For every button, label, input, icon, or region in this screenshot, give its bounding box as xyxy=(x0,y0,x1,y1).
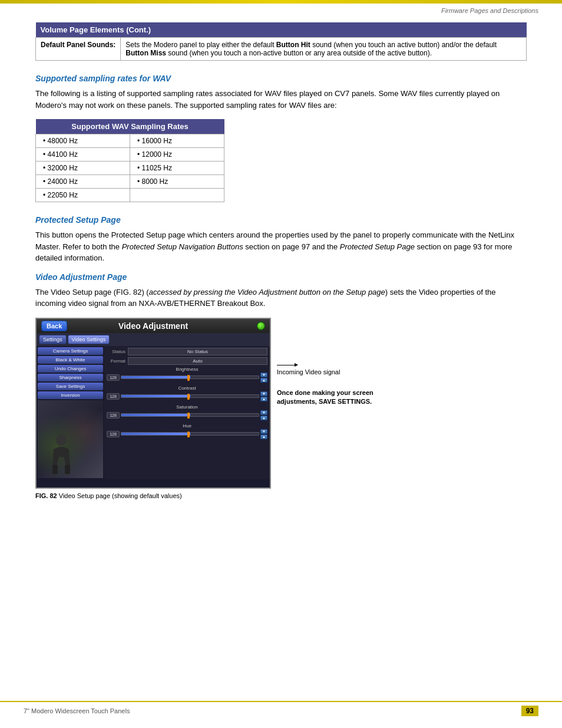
wav-table-header: Supported WAV Sampling Rates xyxy=(36,119,224,134)
wav-col1-4: • 22050 Hz xyxy=(36,189,130,202)
vid-saturation-fill xyxy=(121,414,190,416)
vid-status-indicator xyxy=(257,322,265,330)
fig-caption: FIG. 82 Video Setup page (showing defaul… xyxy=(35,492,527,499)
vid-contrast-fill xyxy=(121,395,190,397)
wav-row-4: • 22050 Hz xyxy=(36,189,224,202)
vid-inversion-btn[interactable]: Inversion xyxy=(38,391,103,399)
video-section-heading: Video Adjustment Page xyxy=(35,272,527,282)
vid-status-value: No Status xyxy=(128,348,267,355)
vid-saturation-down[interactable]: ▼ xyxy=(260,410,267,415)
vid-brightness-section: Brightness 128 ▼ ▲ xyxy=(107,367,267,383)
wav-row-2: • 32000 Hz • 11025 Hz xyxy=(36,162,224,175)
wav-col1-1: • 44100 Hz xyxy=(36,148,130,162)
vid-hue-label: Hue xyxy=(107,423,267,429)
vid-saturation-section: Saturation 128 ▼ ▲ xyxy=(107,404,267,420)
protected-section-heading: Protected Setup Page xyxy=(35,215,527,225)
vid-hue-track[interactable] xyxy=(121,432,259,436)
video-screenshot: Back Video Adjustment Settings Video Set… xyxy=(35,318,271,489)
vid-hue-row: 128 ▼ ▲ xyxy=(107,429,267,439)
vid-title-bar: Back Video Adjustment xyxy=(37,319,270,333)
annotations-column: Incoming Video signal Once done making y… xyxy=(277,318,395,436)
volume-table-label: Default Panel Sounds: xyxy=(36,38,121,61)
volume-table-header: Volume Page Elements (Cont.) xyxy=(36,22,527,38)
vid-title-text: Video Adjustment xyxy=(118,321,188,331)
vid-sharpness-btn[interactable]: Sharpness xyxy=(38,374,103,381)
vid-bw-btn[interactable]: Black & White xyxy=(38,356,103,364)
svg-point-0 xyxy=(56,434,67,445)
volume-table-desc: Sets the Modero panel to play either the… xyxy=(121,38,527,61)
vid-contrast-val: 128 xyxy=(107,393,120,400)
annotation-incoming-video: Incoming Video signal xyxy=(277,365,395,377)
vid-hue-fill xyxy=(121,433,190,435)
page-header-right: Firmware Pages and Descriptions xyxy=(0,4,562,17)
vid-save-btn[interactable]: Save Settings xyxy=(38,383,103,390)
vid-format-label: Format xyxy=(107,358,125,364)
footer: 7" Modero Widescreen Touch Panels 93 xyxy=(0,701,562,716)
wav-col1-0: • 48000 Hz xyxy=(36,134,130,148)
wav-col2-0: • 16000 Hz xyxy=(130,134,224,148)
vid-saturation-up[interactable]: ▲ xyxy=(260,416,267,420)
wav-col2-3: • 8000 Hz xyxy=(130,175,224,189)
vid-contrast-thumb xyxy=(187,394,190,400)
vid-brightness-track[interactable] xyxy=(121,375,259,379)
vid-back-button[interactable]: Back xyxy=(41,321,67,331)
vid-saturation-track[interactable] xyxy=(121,413,259,417)
fig-desc: Video Setup page (showing default values… xyxy=(57,492,182,499)
wav-col2-1: • 12000 Hz xyxy=(130,148,224,162)
vid-brightness-label: Brightness xyxy=(107,367,267,372)
vid-brightness-thumb xyxy=(187,375,190,381)
vid-video-settings-tab[interactable]: Video Settings xyxy=(68,335,110,344)
video-body-text: The Video Setup page (FIG. 82) (accessed… xyxy=(35,286,527,309)
vid-right-panel: Status No Status Format Auto Brightness … xyxy=(104,346,270,479)
vid-brightness-down[interactable]: ▼ xyxy=(260,373,267,377)
vid-brightness-up[interactable]: ▲ xyxy=(260,378,267,383)
sampling-section-heading: Supported sampling rates for WAV xyxy=(35,74,527,83)
vid-format-row: Format Auto xyxy=(107,357,267,365)
vid-status-row: Status No Status xyxy=(107,348,267,355)
protected-body-text: This button opens the Protected Setup pa… xyxy=(35,229,527,264)
vid-contrast-up[interactable]: ▲ xyxy=(260,397,267,401)
svg-rect-2 xyxy=(65,465,70,474)
vid-hue-down[interactable]: ▼ xyxy=(260,429,267,434)
vid-contrast-arrows: ▼ ▲ xyxy=(260,391,267,401)
vid-status-label: Status xyxy=(107,349,125,354)
vid-contrast-label: Contrast xyxy=(107,386,267,391)
wav-row-0: • 48000 Hz • 16000 Hz xyxy=(36,134,224,148)
vid-nav-row: Settings Video Settings xyxy=(37,333,270,346)
vid-camera-settings-btn[interactable]: Camera Settings xyxy=(38,347,103,355)
header-section-title: Firmware Pages and Descriptions xyxy=(441,7,538,14)
vid-contrast-row: 128 ▼ ▲ xyxy=(107,391,267,401)
main-content: Volume Page Elements (Cont.) Default Pan… xyxy=(0,17,562,535)
wav-row-1: • 44100 Hz • 12000 Hz xyxy=(36,148,224,162)
annotation-text-1: Incoming Video signal xyxy=(277,368,340,375)
vid-saturation-label: Saturation xyxy=(107,404,267,410)
vid-hue-up[interactable]: ▲ xyxy=(260,434,267,439)
vid-saturation-arrows: ▼ ▲ xyxy=(260,410,267,420)
wav-col2-2: • 11025 Hz xyxy=(130,162,224,175)
vid-undo-btn[interactable]: Undo Changes xyxy=(38,365,103,373)
vid-contrast-down[interactable]: ▼ xyxy=(260,391,267,396)
annotation-text-2: Once done making your screen adjustments… xyxy=(277,389,373,405)
vid-contrast-section: Contrast 128 ▼ ▲ xyxy=(107,386,267,401)
vid-saturation-row: 128 ▼ ▲ xyxy=(107,410,267,420)
wav-row-3: • 24000 Hz • 8000 Hz xyxy=(36,175,224,189)
vid-hue-thumb xyxy=(187,431,190,437)
annotation-arrow-1 xyxy=(277,365,395,365)
vid-saturation-thumb xyxy=(187,413,190,419)
vid-saturation-val: 128 xyxy=(107,412,120,419)
wav-col1-2: • 32000 Hz xyxy=(36,162,130,175)
screenshot-section: Back Video Adjustment Settings Video Set… xyxy=(35,318,527,489)
wav-table-title: Supported WAV Sampling Rates xyxy=(36,119,224,134)
footer-page-number: 93 xyxy=(521,706,538,716)
vid-brightness-fill xyxy=(121,376,190,378)
volume-table: Volume Page Elements (Cont.) Default Pan… xyxy=(35,22,527,61)
vid-contrast-track[interactable] xyxy=(121,394,259,398)
vid-hue-arrows: ▼ ▲ xyxy=(260,429,267,439)
vid-settings-tab[interactable]: Settings xyxy=(39,335,67,344)
volume-table-row: Default Panel Sounds: Sets the Modero pa… xyxy=(36,38,527,61)
annotation-save-settings: Once done making your screen adjustments… xyxy=(277,388,395,407)
svg-rect-1 xyxy=(52,465,58,474)
vid-brightness-row: 128 ▼ ▲ xyxy=(107,373,267,383)
footer-left-text: 7" Modero Widescreen Touch Panels xyxy=(24,707,130,714)
vid-video-preview xyxy=(38,400,103,478)
